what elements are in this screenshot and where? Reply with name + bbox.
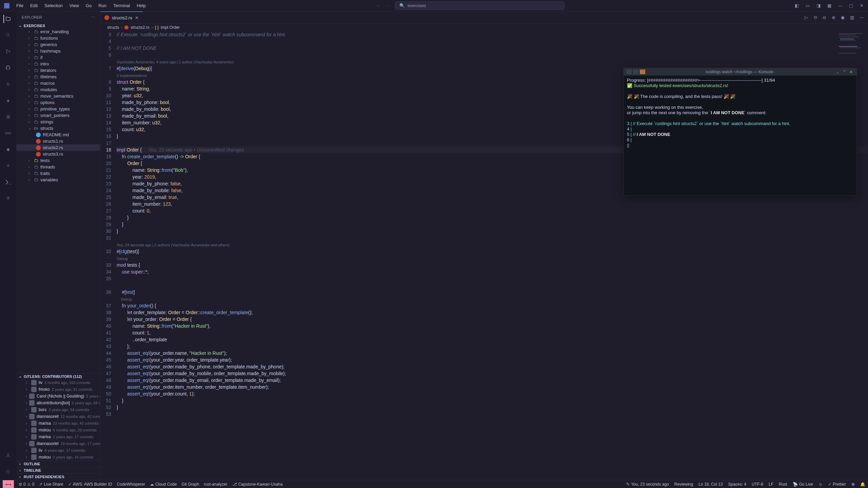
folder-strings[interactable]: ›🗀strings — [16, 119, 100, 125]
breadcrumb-symbol[interactable]: impl Order — [161, 25, 180, 30]
tab-close-icon[interactable]: ✕ — [135, 15, 139, 20]
nav-back-icon[interactable]: ← — [376, 3, 380, 8]
menu-help[interactable]: Help — [137, 3, 146, 8]
activity-settings-icon[interactable] — [4, 468, 12, 476]
contributors-header[interactable]: ⌄GITLENS: CONTRIBUTORS (112) — [16, 373, 100, 379]
contributor-item[interactable]: ›mokou 6 months ago, 29 commits — [16, 427, 100, 433]
split-next-icon[interactable]: ⊕ — [832, 15, 835, 20]
diff-icon[interactable]: ◉ — [841, 15, 845, 20]
workspace-header[interactable]: ⌄EXERCISES — [16, 23, 100, 28]
activity-more2-icon[interactable]: ⟳ — [4, 194, 12, 202]
folder-hashmaps[interactable]: ›🗀hashmaps — [16, 48, 100, 54]
konsole-menu-icon[interactable] — [633, 69, 638, 74]
activity-explorer-icon[interactable] — [3, 15, 12, 23]
file-structs2.rs[interactable]: structs2.rs — [16, 144, 100, 151]
section-timeline[interactable]: ›TIMELINE — [16, 467, 100, 473]
eol-status[interactable]: LF — [769, 482, 773, 487]
errors-counter[interactable]: ⊘ 0 ⚠ 0 — [19, 482, 34, 487]
checker-icon[interactable]: ⊕ — [851, 482, 855, 487]
contributor-item[interactable]: ›marisa 23 months ago, 42 commits — [16, 420, 100, 427]
layout-customize-icon[interactable]: ▦ — [827, 3, 831, 8]
split-editor-icon[interactable]: ▥ — [850, 15, 854, 20]
contributor-item[interactable]: ›bors 3 years ago, 54 commits — [16, 406, 100, 413]
contributor-item[interactable]: ›diannasoreil 12 months ago, 42 commits — [16, 413, 100, 420]
layout-sidebar-left-icon[interactable]: ◧ — [795, 3, 799, 8]
cloudcode-button[interactable]: ☁ Cloud Code — [150, 482, 177, 487]
prettier-button[interactable]: ✓ Prettier — [828, 482, 846, 487]
file-README.md[interactable]: README.md — [16, 131, 100, 138]
activity-test-icon[interactable]: ◈ — [4, 96, 12, 104]
layout-panel-icon[interactable]: ▭ — [806, 3, 810, 8]
menu-run[interactable]: Run — [98, 3, 106, 8]
contributor-item[interactable]: ›marisa 2 years ago, 27 commits — [16, 433, 100, 440]
liveshare-button[interactable]: ↗ Live Share — [39, 482, 63, 487]
encoding-status[interactable]: UTF-8 — [752, 482, 763, 487]
file-structs1.rs[interactable]: structs1.rs — [16, 138, 100, 144]
contributor-item[interactable]: ›Carol (Nichols || Goulding) 5 years ag.… — [16, 393, 100, 400]
folder-tests[interactable]: ›🗀tests — [16, 157, 100, 164]
tab-more-icon[interactable]: ⋯ — [860, 15, 864, 20]
activity-docker-icon[interactable]: ≡ — [4, 161, 12, 169]
codewhisperer-button[interactable]: CodeWhisperer — [117, 482, 145, 487]
breadcrumb[interactable]: structs › structs2.rs › { } impl Order — [100, 24, 868, 31]
contributor-item[interactable]: ›liv 2 months ago, 163 commits — [16, 379, 100, 386]
folder-variables[interactable]: ›🗀variables — [16, 177, 100, 183]
folder-macros[interactable]: ›🗀macros — [16, 80, 100, 86]
run-icon[interactable]: ▷ — [805, 15, 808, 20]
section-outline[interactable]: ›OUTLINE — [16, 461, 100, 467]
gitblame-status[interactable]: ✎ You, 23 seconds ago — [626, 482, 669, 487]
reviewing-status[interactable]: Reviewing — [674, 482, 693, 487]
contributor-item[interactable]: ›mokou 2 years ago, 16 commits — [16, 454, 100, 461]
konsole-max-icon[interactable]: ⌃ — [843, 69, 847, 75]
activity-aws-icon[interactable]: aws — [4, 129, 12, 137]
folder-structs[interactable]: ⌄🗁structs — [16, 125, 100, 131]
activity-account-icon[interactable] — [4, 451, 12, 460]
konsole-min-icon[interactable]: ⌄ — [836, 69, 841, 75]
contributor-item[interactable]: ›allcontributors[bot] 2 years ago, 59 co… — [16, 400, 100, 406]
menu-selection[interactable]: Selection — [44, 3, 62, 8]
lncol-status[interactable]: Ln 18, Col 13 — [698, 482, 723, 487]
minimize-button[interactable]: — — [838, 3, 842, 8]
golive-button[interactable]: 📡 Go Live — [793, 482, 813, 487]
aws-button[interactable]: ✓ AWS: AWS Builder ID — [68, 482, 112, 487]
feedback-icon[interactable]: ☺ — [818, 482, 823, 487]
folder-threads[interactable]: ›🗀threads — [16, 164, 100, 170]
layout-sidebar-right-icon[interactable]: ◨ — [816, 3, 821, 8]
folder-error_handling[interactable]: ›🗀error_handling — [16, 28, 100, 35]
explorer-more-icon[interactable]: ⋯ — [91, 15, 95, 19]
konsole-newtab-icon[interactable] — [640, 69, 645, 74]
remote-button[interactable]: ⟷ — [3, 480, 14, 488]
contributor-item[interactable]: ›diannasoriel 19 months ago, 17 commits — [16, 440, 100, 447]
gitgraph-button[interactable]: Git Graph — [181, 482, 199, 487]
file-structs3.rs[interactable]: structs3.rs — [16, 151, 100, 157]
folder-generics[interactable]: ›🗀generics — [16, 41, 100, 48]
close-window-button[interactable]: ✕ — [860, 3, 864, 8]
lang-status[interactable]: Rust — [779, 482, 787, 487]
breadcrumb-file[interactable]: structs2.rs — [131, 25, 149, 30]
folder-modules[interactable]: ›🗀modules — [16, 86, 100, 93]
menu-edit[interactable]: Edit — [30, 3, 38, 8]
folder-options[interactable]: ›🗀options — [16, 99, 100, 106]
folder-traits[interactable]: ›🗀traits — [16, 170, 100, 177]
breadcrumb-folder[interactable]: structs — [107, 25, 119, 30]
run-last-icon[interactable]: ⟲ — [813, 15, 817, 20]
activity-scm-icon[interactable] — [4, 47, 12, 56]
folder-smart_pointers[interactable]: ›🗀smart_pointers — [16, 112, 100, 119]
konsole-tab-icon[interactable] — [626, 69, 632, 74]
bell-icon[interactable]: 🔔 — [860, 482, 865, 487]
activity-more1-icon[interactable]: ◆ — [4, 145, 12, 153]
folder-lifetimes[interactable]: ›🗀lifetimes — [16, 74, 100, 80]
activity-search-icon[interactable] — [4, 31, 12, 39]
folder-iterators[interactable]: ›🗀iterators — [16, 67, 100, 74]
folder-intro[interactable]: ›🗀intro — [16, 61, 100, 67]
folder-move_semantics[interactable]: ›🗀move_semantics — [16, 93, 100, 99]
tab-structs2[interactable]: structs2.rs ✕ — [100, 12, 143, 23]
nav-forward-icon[interactable]: → — [387, 3, 391, 8]
capstone-button[interactable]: ⎇ Capstone-Kawan-Usaha — [232, 482, 283, 487]
contributor-item[interactable]: ›fmoko 2 years ago, 81 commits — [16, 386, 100, 393]
maximize-button[interactable]: ▢ — [849, 3, 853, 8]
menu-terminal[interactable]: Terminal — [113, 3, 130, 8]
konsole-close-icon[interactable]: ✕ — [849, 69, 854, 75]
activity-github-icon[interactable] — [4, 64, 12, 72]
folder-primitive_types[interactable]: ›🗀primitive_types — [16, 106, 100, 112]
